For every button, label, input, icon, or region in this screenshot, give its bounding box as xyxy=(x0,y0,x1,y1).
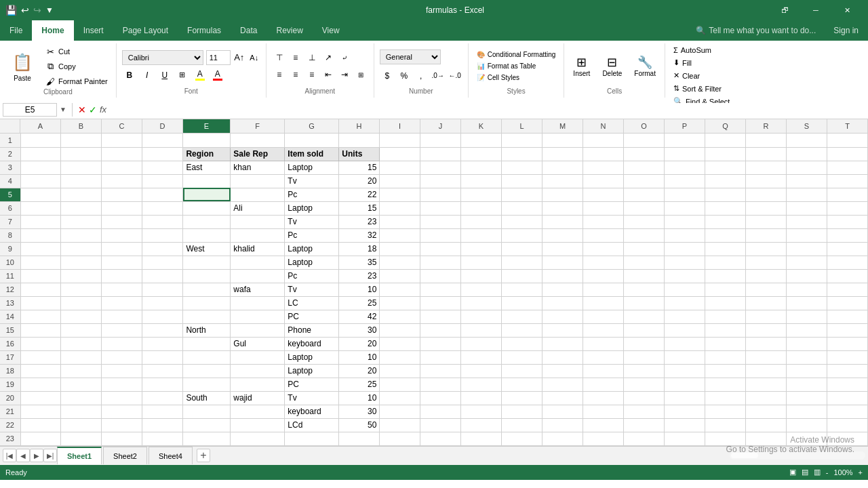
cell-D8[interactable] xyxy=(142,228,183,242)
cell-K4[interactable] xyxy=(461,174,502,188)
cell-D10[interactable] xyxy=(142,256,183,269)
cell-I16[interactable] xyxy=(380,337,420,350)
merge-center-button[interactable]: ⊞ xyxy=(353,67,368,82)
cell-O10[interactable] xyxy=(624,256,665,269)
cell-K23[interactable] xyxy=(461,432,502,445)
cell-N10[interactable] xyxy=(583,256,624,269)
font-size-input[interactable] xyxy=(206,50,231,65)
cell-J17[interactable] xyxy=(420,350,461,364)
tab-page-layout[interactable]: Page Layout xyxy=(113,20,178,41)
cell-L20[interactable] xyxy=(502,391,542,405)
cell-B1[interactable] xyxy=(61,134,102,147)
view-break-icon[interactable]: ▥ xyxy=(814,468,821,476)
cell-S20[interactable] xyxy=(787,391,827,405)
cell-R22[interactable] xyxy=(746,418,787,432)
cell-O15[interactable] xyxy=(624,323,665,337)
cell-Q23[interactable] xyxy=(705,432,746,445)
cell-A13[interactable] xyxy=(20,296,61,310)
cell-L4[interactable] xyxy=(502,174,542,188)
cell-E6[interactable] xyxy=(183,201,231,215)
cell-C9[interactable] xyxy=(102,242,142,256)
cell-N11[interactable] xyxy=(583,269,624,283)
cell-J6[interactable] xyxy=(420,201,461,215)
cell-E20[interactable]: South xyxy=(183,391,231,405)
cell-J19[interactable] xyxy=(420,378,461,391)
cell-styles-button[interactable]: 📝 Cell Styles xyxy=(474,73,559,83)
cell-O9[interactable] xyxy=(624,242,665,256)
cell-K15[interactable] xyxy=(461,323,502,337)
col-header-B[interactable]: B xyxy=(61,119,102,133)
cell-H9[interactable]: 18 xyxy=(339,242,380,256)
cell-B17[interactable] xyxy=(61,350,102,364)
cell-R21[interactable] xyxy=(746,405,787,418)
sheet-tab-sheet1[interactable]: Sheet1 xyxy=(57,447,102,464)
cell-B6[interactable] xyxy=(61,201,102,215)
cell-Q15[interactable] xyxy=(705,323,746,337)
cell-E2[interactable]: Region xyxy=(183,147,231,161)
cell-P9[interactable] xyxy=(665,242,705,256)
cell-G5[interactable]: Pc xyxy=(285,188,339,201)
cell-L5[interactable] xyxy=(502,188,542,201)
cell-S4[interactable] xyxy=(787,174,827,188)
cell-G23[interactable] xyxy=(285,432,339,445)
cell-N13[interactable] xyxy=(583,296,624,310)
cell-H14[interactable]: 42 xyxy=(339,310,380,323)
cell-Q3[interactable] xyxy=(705,161,746,174)
cell-M18[interactable] xyxy=(542,364,583,378)
col-header-K[interactable]: K xyxy=(461,119,502,133)
font-color-button[interactable]: A xyxy=(210,68,225,83)
restore-button[interactable]: 🗗 xyxy=(769,0,800,20)
cell-G14[interactable]: PC xyxy=(285,310,339,323)
cell-S17[interactable] xyxy=(787,350,827,364)
cell-F15[interactable] xyxy=(231,323,285,337)
cell-O12[interactable] xyxy=(624,283,665,296)
cell-H21[interactable]: 30 xyxy=(339,405,380,418)
cell-B9[interactable] xyxy=(61,242,102,256)
close-button[interactable]: ✕ xyxy=(831,0,863,20)
cell-R7[interactable] xyxy=(746,215,787,228)
cell-A21[interactable] xyxy=(20,405,61,418)
cell-O8[interactable] xyxy=(624,228,665,242)
cell-L17[interactable] xyxy=(502,350,542,364)
cell-K9[interactable] xyxy=(461,242,502,256)
cell-E7[interactable] xyxy=(183,215,231,228)
cell-F22[interactable] xyxy=(231,418,285,432)
cell-C3[interactable] xyxy=(102,161,142,174)
cell-R15[interactable] xyxy=(746,323,787,337)
cell-Q14[interactable] xyxy=(705,310,746,323)
cell-F19[interactable] xyxy=(231,378,285,391)
cell-P10[interactable] xyxy=(665,256,705,269)
cell-F12[interactable]: wafa xyxy=(231,283,285,296)
col-header-D[interactable]: D xyxy=(142,119,183,133)
cell-Q10[interactable] xyxy=(705,256,746,269)
cell-E21[interactable] xyxy=(183,405,231,418)
cell-J16[interactable] xyxy=(420,337,461,350)
cell-I2[interactable] xyxy=(380,147,420,161)
cell-M16[interactable] xyxy=(542,337,583,350)
cancel-formula-icon[interactable]: ✕ xyxy=(78,104,86,115)
cell-Q13[interactable] xyxy=(705,296,746,310)
cell-C19[interactable] xyxy=(102,378,142,391)
cell-L12[interactable] xyxy=(502,283,542,296)
format-cell-button[interactable]: 🔧 Format xyxy=(631,53,659,79)
cell-G9[interactable]: Laptop xyxy=(285,242,339,256)
align-middle-button[interactable]: ≡ xyxy=(288,50,303,65)
cell-D13[interactable] xyxy=(142,296,183,310)
col-header-H[interactable]: H xyxy=(339,119,380,133)
cell-M9[interactable] xyxy=(542,242,583,256)
cell-I23[interactable] xyxy=(380,432,420,445)
cell-Q6[interactable] xyxy=(705,201,746,215)
paste-button[interactable]: 📋 Paste xyxy=(5,48,39,85)
cell-O6[interactable] xyxy=(624,201,665,215)
cell-I11[interactable] xyxy=(380,269,420,283)
cell-Q8[interactable] xyxy=(705,228,746,242)
cell-L13[interactable] xyxy=(502,296,542,310)
number-format-select[interactable]: General xyxy=(380,49,441,64)
cell-Q5[interactable] xyxy=(705,188,746,201)
sheet-nav-last[interactable]: ▶| xyxy=(43,449,57,462)
cell-D7[interactable] xyxy=(142,215,183,228)
undo-icon[interactable]: ↩ xyxy=(21,5,29,16)
cell-N15[interactable] xyxy=(583,323,624,337)
cell-O5[interactable] xyxy=(624,188,665,201)
cell-L23[interactable] xyxy=(502,432,542,445)
